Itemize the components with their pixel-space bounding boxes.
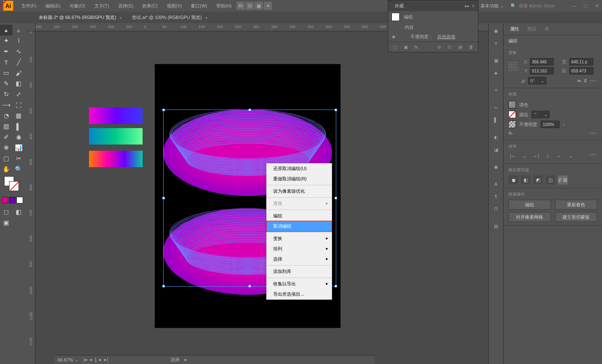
context-menu-item[interactable]: 编组 xyxy=(267,211,332,221)
reference-point[interactable] xyxy=(508,62,518,71)
paragraph-icon[interactable]: ¶ xyxy=(491,191,501,202)
swatch-magenta[interactable] xyxy=(2,197,8,203)
menu-window[interactable]: 窗口(W) xyxy=(187,1,211,11)
rectangle-tool[interactable]: ▭ xyxy=(0,68,12,78)
stroke-label[interactable]: 描边 xyxy=(519,112,528,118)
align-hcenter-icon[interactable]: ⫠ xyxy=(520,152,529,160)
canvas[interactable]: 还原取消编组(U)重做取消编组(R)设为像素级优化透视▸编组取消编组变换▸排列▸… xyxy=(35,31,488,364)
menu-help[interactable]: 帮助(H) xyxy=(212,1,236,11)
quick-action-recolor[interactable]: 重新着色 xyxy=(555,200,597,210)
align-top-icon[interactable]: ⫠̄ xyxy=(543,152,552,160)
fx-button[interactable]: fx. xyxy=(508,131,513,135)
visibility-icon[interactable]: 👁 xyxy=(391,35,397,40)
eraser-tool[interactable]: ◧ xyxy=(12,78,25,89)
context-menu-item[interactable]: 取消编组 xyxy=(266,221,332,232)
opacity-arrow-icon[interactable]: › xyxy=(563,122,565,127)
perspective-tool[interactable]: ▦ xyxy=(12,110,25,121)
gradient-swatch-2[interactable] xyxy=(89,128,143,145)
quick-action-clip-mask[interactable]: 建立剪切蒙版 xyxy=(555,212,597,222)
gradient-icon[interactable]: ▌ xyxy=(491,114,501,125)
context-menu-item[interactable]: 还原取消编组(U) xyxy=(267,163,332,174)
context-menu-item[interactable]: 变换▸ xyxy=(267,233,332,244)
last-page-icon[interactable]: ▸| xyxy=(104,357,108,362)
gpu-icon[interactable]: ✦ xyxy=(264,2,272,10)
collapse-icon[interactable]: ▸▸ xyxy=(465,3,470,9)
status-arrow-icon[interactable]: ▸ xyxy=(185,357,187,362)
align-left-icon[interactable]: |⫟ xyxy=(508,152,518,160)
draw-mode-normal[interactable]: ◻ xyxy=(0,207,12,217)
scale-tool[interactable]: ⤢ xyxy=(12,89,25,100)
lasso-tool[interactable]: ⌇ xyxy=(12,35,25,46)
disable-icon[interactable]: ⊘ xyxy=(435,44,443,50)
menu-effect[interactable]: 效果(C) xyxy=(138,1,162,11)
width-tool[interactable]: ⟶ xyxy=(0,100,12,110)
delete-icon[interactable]: 🗑 xyxy=(467,44,475,50)
first-page-icon[interactable]: |◂ xyxy=(83,357,87,362)
fill-question-icon[interactable]: ? xyxy=(508,101,516,108)
curvature-tool[interactable]: ∿ xyxy=(12,46,25,57)
stroke-icon[interactable]: ═ xyxy=(491,102,501,113)
rotate-tool[interactable]: ↻ xyxy=(0,89,12,100)
zoom-tool[interactable]: 🔍 xyxy=(12,164,25,175)
context-menu-item[interactable]: 设为像素级优化 xyxy=(267,186,332,196)
appearance-contents-label[interactable]: 内容 xyxy=(405,24,414,30)
new-icon[interactable]: ▤ xyxy=(457,44,464,50)
properties-tab[interactable]: 属性 xyxy=(506,23,523,35)
flip-h-icon[interactable]: ⇋ xyxy=(577,78,581,84)
shaper-tool[interactable]: ✎ xyxy=(0,78,12,89)
context-menu-item[interactable]: 排列▸ xyxy=(267,244,332,254)
tab-close-icon[interactable]: × xyxy=(205,15,208,20)
brushes-icon[interactable]: ♣ xyxy=(491,68,501,78)
bridge-icon[interactable]: Br xyxy=(237,2,245,10)
layers-icon[interactable]: ▤ xyxy=(491,221,501,231)
graph-tool[interactable]: 📊 xyxy=(12,142,25,153)
opacity-swatch[interactable] xyxy=(508,121,516,128)
stroke-weight-input[interactable]: ⌃⌄ xyxy=(532,111,550,118)
context-menu-item[interactable]: 添加到库 xyxy=(267,266,332,277)
swatch-none[interactable] xyxy=(16,197,23,203)
flyout-menu-icon[interactable]: ≡ xyxy=(472,3,475,9)
y-input[interactable] xyxy=(530,67,554,75)
stroke-swatch[interactable] xyxy=(9,181,19,191)
mesh-tool[interactable]: ▧ xyxy=(0,121,12,132)
paintbrush-tool[interactable]: 🖌 xyxy=(12,68,25,78)
type-tool[interactable]: T xyxy=(0,57,12,68)
context-menu-item[interactable]: 选择▸ xyxy=(267,254,332,264)
libraries-tab[interactable]: 库 xyxy=(541,23,553,35)
quick-action-group[interactable]: 编组 xyxy=(508,200,551,210)
minimize-icon[interactable]: — xyxy=(572,3,576,9)
x-input[interactable] xyxy=(530,58,554,65)
flip-v-icon[interactable]: ⇵ xyxy=(583,78,587,84)
artboard-pager[interactable]: |◂ ◂ 1 ▸ ▸| xyxy=(83,357,108,362)
fx-button[interactable]: fx. xyxy=(413,44,420,50)
workspace-dropdown[interactable]: 基本功能 ⌄ xyxy=(477,1,507,11)
selection-tool[interactable]: ▴ xyxy=(0,25,12,35)
hand-tool[interactable]: ✋ xyxy=(0,164,12,175)
menu-select[interactable]: 选择(S) xyxy=(114,1,138,11)
blend-tool[interactable]: ◉ xyxy=(12,132,25,142)
stroke-swatch[interactable] xyxy=(508,111,516,118)
color-guide-icon[interactable]: ≡ xyxy=(491,38,501,49)
color-panel-icon[interactable]: ◉ xyxy=(491,26,501,36)
gradient-swatch-1[interactable] xyxy=(89,107,143,124)
opacity-label[interactable]: 不透明度 xyxy=(519,121,537,128)
pen-tool[interactable]: ✒ xyxy=(0,46,12,57)
document-tab-1[interactable]: 未标题-2* @ 66.67% (RGB/GPU 预览) × xyxy=(34,12,127,23)
document-tab-2[interactable]: 尝试.ai* @ 100% (RGB/GPU 预览) × xyxy=(127,12,213,23)
clear-appearance-icon[interactable]: ▣ xyxy=(402,44,410,50)
opacity-label[interactable]: 不透明度： xyxy=(410,34,433,40)
height-input[interactable] xyxy=(569,67,593,75)
appearance-panel-tab[interactable]: 外观 xyxy=(391,1,407,11)
layers-tab[interactable]: 图层 xyxy=(523,23,541,35)
opacity-value[interactable]: 其他选项 xyxy=(437,34,455,40)
color-picker[interactable] xyxy=(0,175,27,195)
ruler-vertical[interactable]: 0100200300400500600700800900100011001200 xyxy=(27,31,35,364)
maximize-icon[interactable]: ▢ xyxy=(583,3,588,9)
shape-builder-tool[interactable]: ◔ xyxy=(0,110,12,121)
duplicate-icon[interactable]: ☑ xyxy=(446,44,453,50)
character-icon[interactable]: A xyxy=(491,179,501,189)
screen-mode[interactable]: ▣ xyxy=(0,217,12,228)
prev-page-icon[interactable]: ◂ xyxy=(89,357,92,362)
pathfinder-intersect-icon[interactable]: ◩ xyxy=(533,175,543,184)
align-vcenter-icon[interactable]: ⫟ xyxy=(555,152,564,160)
